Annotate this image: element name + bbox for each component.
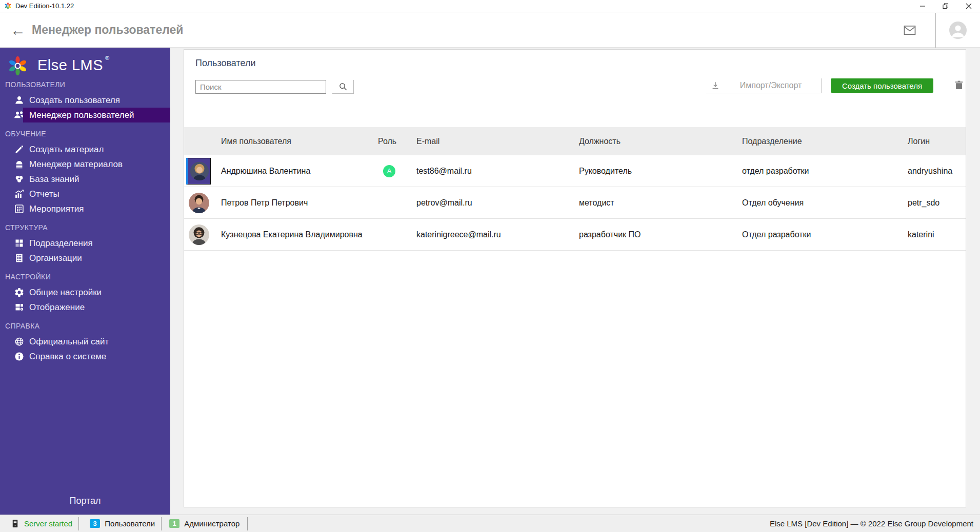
back-button[interactable]: ← <box>7 23 29 38</box>
column-header-role: Роль <box>378 137 416 146</box>
statusbar-divider <box>161 517 162 530</box>
sidebar-item-about[interactable]: Справка о системе <box>0 349 170 364</box>
else-lms-flower-icon <box>7 55 29 77</box>
sidebar-item-label: Менеджер пользователей <box>23 108 170 122</box>
import-export-button[interactable]: Импорт/Экспорт <box>706 78 822 93</box>
sidebar-item-display[interactable]: Отображение <box>0 300 170 315</box>
sidebar-item-create-user[interactable]: Создать пользователя <box>0 93 170 108</box>
close-icon <box>966 3 972 9</box>
cell-name: Андрюшина Валентина <box>221 167 378 176</box>
column-header-department: Подразделение <box>742 137 908 146</box>
mail-button[interactable] <box>884 23 935 37</box>
cell-position: Руководитель <box>579 167 742 176</box>
window-title: Dev Edition-10.1.22 <box>15 2 74 10</box>
search-button[interactable] <box>332 80 354 94</box>
cell-position: разработчик ПО <box>579 230 742 239</box>
sidebar-item-label: Менеджер материалов <box>23 157 170 172</box>
section-label-users: ПОЛЬЗОВАТЕЛИ <box>5 80 170 89</box>
user-photo-avatar <box>188 192 210 214</box>
sidebar-item-label: Общие настройки <box>23 285 170 300</box>
header-actions <box>884 13 980 47</box>
role-badge: A <box>383 165 395 177</box>
sidebar-item-divisions[interactable]: Подразделения <box>0 236 170 251</box>
sidebar-item-label: Подразделения <box>23 236 170 251</box>
sidebar-item-material-manager[interactable]: Менеджер материалов <box>0 157 170 172</box>
mail-icon <box>901 23 918 37</box>
trash-icon <box>953 79 965 91</box>
restore-icon <box>943 3 949 9</box>
page-title: Менеджер пользователей <box>32 23 183 37</box>
cell-role: A <box>378 165 416 177</box>
app-window: Dev Edition-10.1.22 ← Менеджер пользоват… <box>0 0 980 532</box>
sidebar-item-events[interactable]: Мероприятия <box>0 201 170 216</box>
sidebar-item-label: Отображение <box>23 300 170 315</box>
logo-registered-mark: ® <box>105 55 109 61</box>
sidebar-item-label: Мероприятия <box>23 201 170 216</box>
table-row[interactable]: Андрюшина Валентина A test86@mail.ru Рук… <box>184 155 966 187</box>
profile-avatar-button[interactable] <box>936 21 980 39</box>
section-label-help: СПРАВКА <box>5 322 170 330</box>
sidebar-item-label: Отчеты <box>23 187 170 201</box>
cell-email: katerinigreece@mail.ru <box>416 230 579 239</box>
sidebar-item-reports[interactable]: Отчеты <box>0 187 170 201</box>
sidebar-logo: Else LMS ® <box>0 48 170 75</box>
minimize-button[interactable] <box>911 0 934 12</box>
logo-text: Else LMS <box>37 57 103 74</box>
user-photo-avatar <box>190 161 209 181</box>
user-photo-avatar <box>188 224 210 245</box>
users-count-label: Пользователи <box>105 519 155 528</box>
table-header-row: Имя пользователя Роль E-mail Должность П… <box>184 127 966 155</box>
cell-name: Кузнецова Екатерина Владимировна <box>221 230 378 239</box>
table-row[interactable]: Кузнецова Екатерина Владимировна katerin… <box>184 219 966 251</box>
sidebar-item-knowledge-base[interactable]: База знаний <box>0 172 170 187</box>
admins-count-badge: 1 <box>169 519 179 528</box>
sidebar-item-general-settings[interactable]: Общие настройки <box>0 285 170 300</box>
search-input[interactable] <box>195 80 326 94</box>
copyright-text: Else LMS [Dev Edition] — © 2022 Else Gro… <box>770 519 973 528</box>
search-icon <box>338 81 348 92</box>
main-content: Пользователи Импорт/Экспорт Создать поль… <box>170 48 980 515</box>
sidebar-item-label: База знаний <box>23 172 170 187</box>
table-row[interactable]: Петров Петр Петрович petrov@mail.ru мето… <box>184 187 966 219</box>
page-header: ← Менеджер пользователей <box>0 13 980 48</box>
sidebar-item-label: Справка о системе <box>23 349 170 364</box>
sidebar-item-label: Организации <box>23 251 170 265</box>
portal-link[interactable]: Портал <box>0 496 170 506</box>
cell-login: andryushina <box>908 167 966 176</box>
cell-email: test86@mail.ru <box>416 167 579 176</box>
restore-button[interactable] <box>934 0 957 12</box>
section-label-structure: СТРУКТУРА <box>5 223 170 232</box>
statusbar-divider <box>78 517 79 530</box>
sidebar: Else LMS ® ПОЛЬЗОВАТЕЛИ Создать пользова… <box>0 48 170 515</box>
selected-user-avatar <box>186 158 211 185</box>
users-table: Имя пользователя Роль E-mail Должность П… <box>184 127 966 251</box>
sidebar-item-organizations[interactable]: Организации <box>0 251 170 265</box>
create-user-button[interactable]: Создать пользователя <box>831 78 933 93</box>
cell-department: Отдел обучения <box>742 198 908 208</box>
delete-button[interactable] <box>952 78 966 93</box>
admins-count-label: Администратор <box>184 519 239 528</box>
app-logo-icon <box>4 2 12 10</box>
cell-login: katerini <box>908 230 966 239</box>
cell-department: Отдел разработки <box>742 230 908 239</box>
avatar-cell <box>184 155 221 187</box>
sidebar-item-label: Создать материал <box>23 142 170 157</box>
statusbar-divider <box>247 517 248 530</box>
server-icon <box>10 518 20 529</box>
sidebar-item-official-site[interactable]: Официальный сайт <box>0 334 170 349</box>
section-label-learning: ОБУЧЕНИЕ <box>5 130 170 138</box>
sidebar-item-create-material[interactable]: Создать материал <box>0 142 170 157</box>
cell-department: отдел разработки <box>742 167 908 176</box>
panel-title: Пользователи <box>195 58 255 69</box>
minimize-icon <box>919 3 926 9</box>
cell-email: petrov@mail.ru <box>416 198 579 208</box>
users-panel: Пользователи Импорт/Экспорт Создать поль… <box>184 49 966 507</box>
column-header-email: E-mail <box>416 137 579 146</box>
avatar-cell <box>184 187 221 218</box>
close-button[interactable] <box>957 0 980 12</box>
import-export-label: Импорт/Экспорт <box>721 81 821 90</box>
avatar-cell <box>184 219 221 250</box>
section-label-settings: НАСТРОЙКИ <box>5 273 170 281</box>
sidebar-item-user-manager[interactable]: Менеджер пользователей <box>0 108 170 122</box>
sidebar-item-label: Официальный сайт <box>23 334 170 349</box>
